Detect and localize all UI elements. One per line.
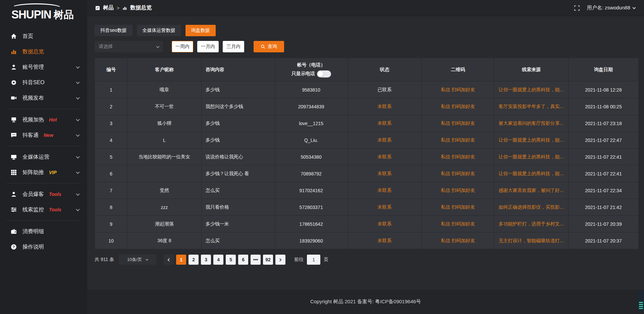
- user-menu[interactable]: 用户名: zswodun88: [587, 5, 635, 11]
- sidebar-divider: [7, 146, 80, 146]
- page-button-6[interactable]: 6: [238, 255, 248, 265]
- cell-content-cell: 我只看价格: [201, 199, 275, 216]
- cell-account: Q_Liu.: [304, 138, 318, 143]
- source-link[interactable]: 让你一眼就爱上的黑科技，能...: [498, 137, 564, 143]
- period-button-week[interactable]: 一周内: [172, 41, 193, 52]
- cell-date-cell: 2021-11-08 12:28: [568, 82, 638, 98]
- status-text[interactable]: 未联系: [377, 137, 391, 143]
- page-button-4[interactable]: 4: [213, 255, 223, 265]
- table-row: 8zzz我只看价格572803371未联系私信 扫码加好友如何正确选择投影仪，买…: [95, 199, 639, 216]
- status-text[interactable]: 未联系: [377, 238, 391, 243]
- sidebar-item-data-overview[interactable]: 数据总览: [0, 44, 87, 59]
- cell-nickname-cell: 不可一世: [127, 98, 201, 115]
- sidebar-item-video-heating[interactable]: 视频加热Hot: [0, 112, 87, 127]
- status-text[interactable]: 未联系: [377, 204, 391, 210]
- qrcode-link-cell: 私信 扫码加好友: [422, 98, 494, 115]
- status-text[interactable]: 未联系: [377, 188, 391, 193]
- cell-date: 2021-11-08 00:25: [585, 104, 622, 109]
- qrcode-link[interactable]: 私信 扫码加好友: [441, 204, 475, 210]
- sidebar-item-badge: Tools: [49, 192, 61, 197]
- status-text[interactable]: 未联系: [377, 221, 391, 226]
- filter-bar: 请选择 一周内 一月内 三月内 查询: [95, 41, 639, 52]
- sidebar-item-lead-monitor[interactable]: 线索监控Tools: [0, 202, 87, 217]
- cell-date: 2021-11-07 22:41: [585, 171, 622, 176]
- qrcode-link-cell: 私信 扫码加好友: [422, 132, 494, 149]
- period-button-quarter[interactable]: 三月内: [223, 41, 244, 52]
- page-button-1[interactable]: 1: [176, 255, 186, 265]
- page-button-5[interactable]: 5: [226, 255, 236, 265]
- chevron-down-icon: [76, 96, 79, 99]
- source-link[interactable]: 客厅安装投影半年多了，真实...: [498, 104, 564, 109]
- phone-only-toggle[interactable]: [317, 70, 331, 77]
- qrcode-link[interactable]: 私信 扫码加好友: [441, 221, 475, 226]
- home-icon: [11, 33, 17, 39]
- source-link[interactable]: 让你一眼就爱上的黑科技，能...: [498, 154, 564, 159]
- source-link[interactable]: 感谢大家喜欢我家，被问了好...: [498, 188, 564, 193]
- filter-select[interactable]: 请选择: [95, 41, 163, 52]
- status-text[interactable]: 未联系: [377, 154, 391, 159]
- source-link[interactable]: 让你一眼就爱上的黑科技，能...: [498, 171, 564, 176]
- qrcode-link[interactable]: 私信 扫码加好友: [441, 120, 475, 126]
- status-text[interactable]: 未联系: [377, 120, 391, 126]
- sidebar-item-home[interactable]: 首页: [0, 29, 87, 44]
- logo-text-cn: 树品: [54, 8, 74, 22]
- page-button-2[interactable]: 2: [189, 255, 199, 265]
- cell-content: 多少钱: [206, 87, 220, 92]
- source-link[interactable]: 无主灯设计，智能磁吸轨道灯...: [498, 238, 564, 243]
- period-button-month[interactable]: 一月内: [197, 41, 219, 52]
- tab-douyin-seo-data[interactable]: 抖音seo数据: [95, 25, 132, 36]
- goto-page-input[interactable]: [307, 255, 320, 265]
- next-page-button[interactable]: [275, 255, 285, 265]
- qrcode-link[interactable]: 私信 扫码加好友: [441, 188, 475, 193]
- sidebar-item-account-management[interactable]: 账号管理: [0, 59, 87, 75]
- sidebar-item-member-baoke[interactable]: 会员爆客Tools: [0, 187, 87, 202]
- table-row: 1哦章多少钱9583810已联系私信 扫码加好友让你一眼就爱上的黑科技，能...…: [95, 82, 639, 98]
- cell-content-cell: 怎么买: [201, 232, 275, 249]
- cell-account: 917024162: [300, 188, 323, 193]
- qrcode-link[interactable]: 私信 扫码加好友: [441, 104, 475, 109]
- source-link[interactable]: 如何正确选择投影仪，买投影...: [498, 204, 564, 210]
- status-text[interactable]: 未联系: [377, 171, 391, 176]
- table-row: 5当地比较能吃的一位美女说说价格让我死心50534380未联系私信 扫码加好友让…: [95, 149, 639, 165]
- cell-content: 多少钱: [206, 137, 220, 143]
- qrcode-link[interactable]: 私信 扫码加好友: [441, 238, 475, 243]
- qrcode-link[interactable]: 私信 扫码加好友: [441, 87, 475, 92]
- cell-nickname-cell: L: [127, 132, 201, 149]
- prev-page-button[interactable]: [164, 255, 174, 265]
- qrcode-link[interactable]: 私信 扫码加好友: [441, 171, 475, 176]
- source-link-cell: 让你一眼就爱上的黑科技，能...: [494, 165, 568, 182]
- breadcrumb-app[interactable]: 树品: [103, 4, 114, 11]
- tab-inquiry-data[interactable]: 询盘数据: [185, 25, 216, 36]
- chevron-left-icon: [168, 258, 171, 261]
- source-link[interactable]: 多功能护栏灯，适用于乡村文...: [498, 221, 564, 226]
- col-header-nickname: 客户昵称: [127, 58, 201, 82]
- sidebar-item-douyin-seo[interactable]: 抖音SEO: [0, 75, 87, 90]
- cell-date: 2021-11-07 23:18: [585, 121, 622, 126]
- sidebar-item-matrix-boost[interactable]: 矩阵助推VIP: [0, 165, 87, 180]
- status-text[interactable]: 未联系: [377, 104, 391, 109]
- page-button-3[interactable]: 3: [201, 255, 211, 265]
- tab-omni-media-data[interactable]: 全媒体运营数据: [137, 25, 181, 36]
- query-button[interactable]: 查询: [254, 41, 284, 52]
- cell-nickname: 觉然: [160, 188, 169, 193]
- page-button-92[interactable]: 92: [263, 255, 273, 265]
- cell-account: 2097344839: [298, 104, 324, 109]
- fullscreen-icon[interactable]: [574, 5, 580, 11]
- qrcode-link[interactable]: 私信 扫码加好友: [441, 137, 475, 143]
- cell-account-cell: 183929060: [275, 232, 347, 249]
- status-text-cell: 未联系: [347, 132, 421, 149]
- sidebar-item-operation-guide[interactable]: ?操作说明: [0, 239, 87, 255]
- qrcode-link[interactable]: 私信 扫码加好友: [441, 154, 475, 159]
- page-ellipsis-button[interactable]: •••: [251, 255, 261, 265]
- source-link[interactable]: 被大家追着问的客厅投影分享...: [498, 120, 564, 126]
- cell-id-cell: 2: [95, 98, 127, 115]
- page-size-select[interactable]: 10条/页: [119, 255, 156, 265]
- source-link[interactable]: 让你一眼就爱上的黑科技，能...: [498, 87, 564, 92]
- floating-widget[interactable]: [638, 291, 644, 311]
- sidebar-item-omni-media-operation[interactable]: 全媒体运营: [0, 149, 87, 165]
- sidebar-item-douketong[interactable]: 抖客通New: [0, 127, 87, 143]
- sidebar-item-label: 全媒体运营: [22, 154, 49, 161]
- sidebar-item-video-publish[interactable]: 视频发布: [0, 90, 87, 106]
- breadcrumb-page: 数据总览: [130, 4, 152, 11]
- sidebar-item-consumption-detail[interactable]: 消费明细: [0, 224, 87, 239]
